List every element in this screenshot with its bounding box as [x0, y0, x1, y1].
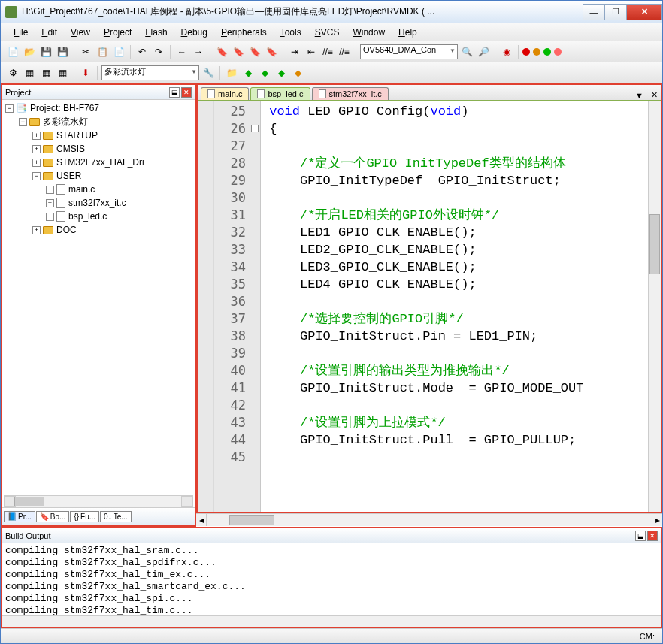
paste-icon[interactable]: 📄 [111, 44, 126, 59]
tree-item[interactable]: −多彩流水灯 [4, 115, 193, 128]
expander-icon[interactable]: + [32, 132, 41, 140]
menu-svcs[interactable]: SVCS [308, 25, 347, 40]
batch-icon[interactable]: ▦ [55, 65, 70, 80]
bm-prev-icon[interactable]: 🔖 [231, 44, 246, 59]
save-icon[interactable]: 💾 [38, 44, 53, 59]
scroll-thumb[interactable] [14, 497, 44, 506]
menu-peripherals[interactable]: Peripherals [214, 25, 274, 40]
expander-icon[interactable]: + [46, 213, 54, 221]
tree-item[interactable]: −USER [4, 169, 193, 183]
saveall-icon[interactable]: 💾 [55, 44, 70, 59]
project-tree[interactable]: − 📑 Project: BH-F767 −多彩流水灯+STARTUP+CMSI… [2, 100, 195, 495]
line-gutter[interactable]: 2526272829303132333435363738394041424344… [214, 101, 250, 512]
hscroll-thumb[interactable] [229, 515, 274, 525]
find-icon[interactable]: 🔍 [459, 44, 474, 59]
expander-icon[interactable]: − [32, 172, 41, 180]
hscroll-left-icon[interactable]: ◂ [196, 514, 207, 526]
bookmark-icon[interactable]: 🔖 [214, 44, 229, 59]
expander-icon[interactable]: + [32, 226, 41, 234]
menu-tools[interactable]: Tools [274, 25, 308, 40]
tool3-icon[interactable]: ◆ [274, 65, 289, 80]
cut-icon[interactable]: ✂ [78, 44, 93, 59]
menu-project[interactable]: Project [97, 25, 138, 40]
editor-tab[interactable]: stm32f7xx_it.c [312, 87, 389, 100]
rebuild-icon[interactable]: ▦ [38, 65, 53, 80]
bm-clear-icon[interactable]: 🔖 [264, 44, 279, 59]
download-icon[interactable]: ⬇ [78, 65, 93, 80]
tree-item[interactable]: +bsp_led.c [4, 210, 193, 223]
options-icon[interactable]: 🔧 [201, 65, 216, 80]
bottom-tab[interactable]: 0↓Te... [100, 511, 131, 522]
forward-icon[interactable]: → [191, 44, 206, 59]
minimize-button[interactable]: — [583, 4, 605, 20]
menu-help[interactable]: Help [392, 25, 424, 40]
build-output[interactable]: compiling stm32f7xx_hal_sram.c...compili… [2, 543, 661, 615]
uncomment-icon[interactable]: //≡ [337, 44, 352, 59]
menu-debug[interactable]: Debug [174, 25, 214, 40]
expander-icon[interactable]: − [5, 104, 14, 113]
menu-file[interactable]: File [7, 25, 35, 40]
menu-window[interactable]: Window [346, 25, 392, 40]
vscroll-thumb[interactable] [649, 214, 660, 274]
tab-close-icon[interactable]: ✕ [648, 90, 661, 100]
undo-icon[interactable]: ↶ [135, 44, 150, 59]
pin-icon[interactable]: ⬓ [635, 531, 646, 541]
hscroll-right-icon[interactable]: ▸ [652, 514, 662, 526]
expander-icon[interactable]: + [32, 145, 41, 153]
tree-item[interactable]: +STM32F7xx_HAL_Dri [4, 156, 193, 169]
fold-icon[interactable]: − [251, 125, 259, 132]
expander-icon[interactable]: + [32, 159, 41, 167]
editor-tab[interactable]: bsp_led.c [250, 87, 310, 100]
dot-grey-icon[interactable] [554, 48, 562, 56]
editor-tab[interactable]: main.c [201, 87, 249, 100]
redo-icon[interactable]: ↷ [151, 44, 166, 59]
expander-icon[interactable]: − [19, 118, 27, 126]
indent-icon[interactable]: ⇥ [287, 44, 302, 59]
build-hscroll[interactable] [2, 615, 661, 627]
dot-red-icon[interactable] [522, 48, 530, 56]
close-icon[interactable]: ✕ [647, 531, 658, 541]
expander-icon[interactable]: + [46, 186, 54, 194]
findfiles-icon[interactable]: 🔎 [476, 44, 491, 59]
dot-orange-icon[interactable] [533, 48, 540, 56]
build-target-icon[interactable]: ⚙ [5, 65, 20, 80]
new-icon[interactable]: 📄 [5, 44, 20, 59]
editor-hscroll[interactable]: ◂ ▸ [196, 513, 662, 526]
tab-dropdown-icon[interactable]: ▼ [632, 91, 646, 100]
tree-item[interactable]: +CMSIS [4, 142, 193, 156]
outdent-icon[interactable]: ⇤ [304, 44, 319, 59]
tool2-icon[interactable]: ◆ [257, 65, 272, 80]
tree-item[interactable]: +DOC [4, 223, 193, 237]
back-icon[interactable]: ← [174, 44, 189, 59]
tree-hscroll[interactable] [4, 495, 193, 507]
find-combo[interactable]: OV5640_DMA_Con [360, 44, 458, 59]
fold-column[interactable]: − [250, 101, 261, 512]
build-icon[interactable]: ▦ [22, 65, 37, 80]
expander-icon[interactable]: + [46, 199, 54, 207]
menu-flash[interactable]: Flash [138, 25, 174, 40]
maximize-button[interactable]: ☐ [604, 4, 627, 20]
pin-icon[interactable]: ⬓ [169, 87, 180, 98]
bottom-tab[interactable]: {}Fu... [70, 511, 99, 522]
tree-item[interactable]: +main.c [4, 183, 193, 196]
tool4-icon[interactable]: ◆ [290, 65, 305, 80]
comment-icon[interactable]: //≡ [320, 44, 335, 59]
bm-next-icon[interactable]: 🔖 [247, 44, 262, 59]
tool1-icon[interactable]: ◆ [241, 65, 256, 80]
bottom-tab[interactable]: 📘Pr... [4, 511, 35, 522]
breakpoint-margin[interactable] [198, 101, 214, 512]
open-icon[interactable]: 📂 [22, 44, 37, 59]
code-text[interactable]: void LED_GPIO_Config(void) { /*定义一个GPIO_… [261, 101, 648, 512]
copy-icon[interactable]: 📋 [95, 44, 110, 59]
tree-root[interactable]: − 📑 Project: BH-F767 [4, 101, 193, 115]
bottom-tab[interactable]: 🔖Bo... [36, 511, 70, 522]
editor-vscroll[interactable] [648, 101, 661, 512]
close-button[interactable]: ✕ [626, 4, 662, 20]
menu-view[interactable]: View [64, 25, 97, 40]
tree-item[interactable]: +STARTUP [4, 128, 193, 142]
close-icon[interactable]: ✕ [181, 87, 192, 98]
dot-green-icon[interactable] [543, 48, 551, 56]
manage-icon[interactable]: 📁 [224, 65, 239, 80]
target-combo[interactable]: 多彩流水灯 [101, 65, 199, 80]
titlebar[interactable]: H:\Git_Project\f767_code\1-HAL库例程 - 副本\5… [1, 1, 662, 23]
